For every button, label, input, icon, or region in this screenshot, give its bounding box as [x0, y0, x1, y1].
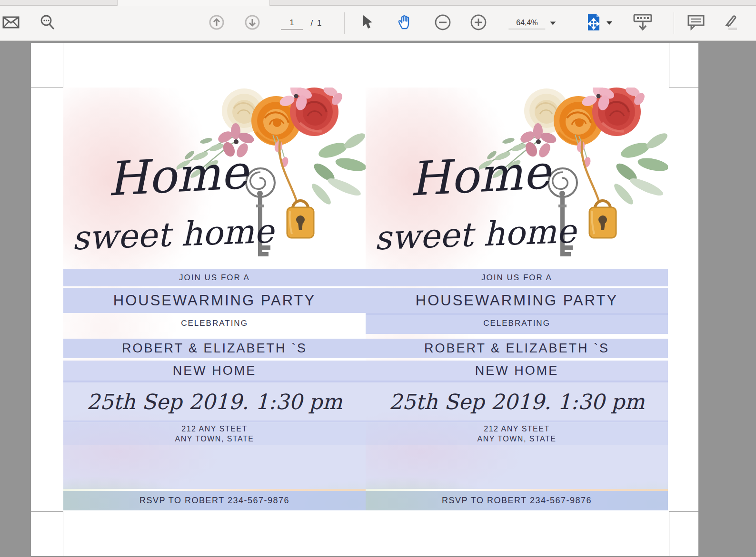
hand-tool-icon: [398, 14, 414, 32]
rsvp-text: RSVP TO ROBERT 234-567-9876: [442, 496, 592, 506]
zoom-out-icon: [434, 14, 451, 33]
form-field-date-line[interactable]: 25th Sep 2019. 1:30 pm: [366, 383, 668, 420]
zoom-in-button[interactable]: [470, 14, 487, 33]
tab-bar: [0, 0, 756, 6]
page-count-label: / 1: [311, 19, 323, 28]
search-button[interactable]: [40, 14, 56, 32]
form-field-new-home-line[interactable]: NEW HOME: [63, 361, 366, 381]
search-icon: [40, 14, 56, 32]
address-line-2: ANY TOWN, STATE: [477, 434, 557, 444]
form-field-date-line[interactable]: 25th Sep 2019. 1:30 pm: [63, 383, 366, 420]
toolbar-separator: [344, 12, 345, 34]
address-line-2: ANY TOWN, STATE: [175, 434, 254, 444]
tab-bar-left: [0, 0, 117, 6]
toolbar-separator: [674, 12, 674, 34]
form-field-names-line[interactable]: ROBERT & ELIZABETH `S: [63, 339, 366, 358]
address-line-1: 212 ANY STEET: [181, 424, 247, 434]
previous-page-button[interactable]: [209, 14, 225, 32]
headline-sweet-home: sweet home: [366, 211, 590, 258]
toolbar: / 1 64,4%: [0, 6, 756, 41]
form-field-join-line[interactable]: JOIN US FOR A: [63, 269, 366, 286]
form-field-rsvp-line[interactable]: RSVP TO ROBERT 234-567-9876: [366, 491, 668, 510]
divider: [366, 381, 668, 382]
lower-panel: 25th Sep 2019. 1:30 pm 212 ANY STEET ANY…: [63, 381, 366, 510]
form-field-event-line[interactable]: HOUSEWARMING PARTY: [63, 288, 366, 313]
form-field-rsvp-line[interactable]: RSVP TO ROBERT 234-567-9876: [63, 491, 366, 510]
page-down-icon: [244, 14, 260, 32]
headline-sweet-home: sweet home: [63, 211, 288, 258]
rsvp-text: RSVP TO ROBERT 234-567-9876: [139, 496, 289, 506]
highlight-icon: [720, 14, 739, 33]
invitation-right: Home sweet home JOIN US FOR A HOUSEWARMI…: [366, 88, 668, 510]
chevron-down-icon: [607, 21, 612, 25]
divider: [63, 420, 366, 422]
zoom-level-value: 64,4%: [508, 17, 545, 29]
fit-page-icon: [586, 13, 602, 33]
zoom-in-icon: [470, 14, 487, 33]
crop-mark-bottom-left: [31, 511, 63, 556]
highlight-button[interactable]: [720, 14, 739, 33]
page-up-icon: [209, 14, 225, 32]
select-tool-button[interactable]: [361, 15, 374, 32]
zoom-out-button[interactable]: [434, 14, 451, 33]
page-number-input[interactable]: [281, 17, 303, 30]
divider: [366, 420, 668, 422]
form-field-address[interactable]: 212 ANY STEET ANY TOWN, STATE: [366, 422, 668, 445]
comment-icon: [687, 14, 705, 32]
form-field-names-line[interactable]: ROBERT & ELIZABETH `S: [366, 339, 668, 358]
page-count: / 1: [311, 19, 323, 28]
envelope-icon: [2, 16, 20, 30]
scroll-mode-icon: [632, 13, 653, 34]
select-tool-icon: [361, 15, 374, 32]
scroll-mode-button[interactable]: [632, 13, 653, 34]
comment-button[interactable]: [687, 14, 705, 32]
pdf-page: Home sweet home JOIN US FOR A HOUSEWARMI…: [31, 43, 698, 557]
fit-page-button[interactable]: [586, 13, 612, 33]
headline-home: Home: [81, 144, 274, 208]
page-number-input-wrap: [281, 17, 303, 30]
email-button[interactable]: [2, 16, 20, 30]
form-field-address[interactable]: 212 ANY STEET ANY TOWN, STATE: [63, 422, 366, 445]
crop-mark-bottom-right: [669, 511, 698, 556]
headline-home: Home: [383, 144, 576, 208]
address-line-1: 212 ANY STEET: [484, 424, 549, 434]
invitation-left: Home sweet home JOIN US FOR A HOUSEWARMI…: [63, 88, 366, 510]
celebrating-line: CELEBRATING: [63, 313, 366, 334]
chevron-down-icon: [550, 21, 556, 25]
divider: [63, 381, 366, 382]
lower-panel: 25th Sep 2019. 1:30 pm 212 ANY STEET ANY…: [366, 381, 668, 510]
tab-bar-right: [270, 0, 756, 6]
document-tab[interactable]: [117, 0, 270, 6]
hand-tool-button[interactable]: [398, 14, 414, 32]
next-page-button[interactable]: [244, 14, 260, 32]
crop-mark-top-left: [31, 43, 63, 88]
form-field-join-line[interactable]: JOIN US FOR A: [366, 269, 668, 286]
document-workspace[interactable]: Home sweet home JOIN US FOR A HOUSEWARMI…: [0, 41, 756, 557]
form-field-event-line[interactable]: HOUSEWARMING PARTY: [366, 288, 668, 313]
crop-mark-top-right: [669, 43, 698, 88]
form-field-celebrating-line[interactable]: CELEBRATING: [366, 313, 668, 334]
zoom-level-dropdown[interactable]: 64,4%: [508, 17, 556, 29]
form-field-new-home-line[interactable]: NEW HOME: [366, 361, 668, 381]
